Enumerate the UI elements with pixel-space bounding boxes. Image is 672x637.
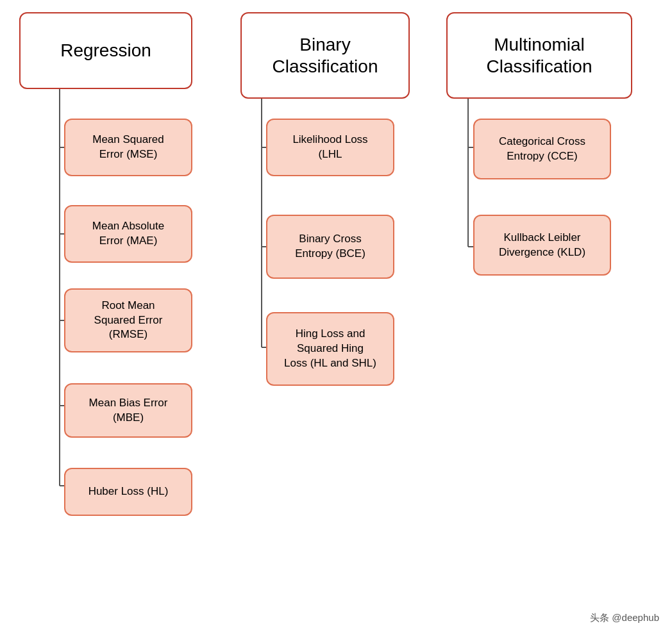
- child-kld: Kullback LeiblerDivergence (KLD): [473, 215, 611, 276]
- root-regression-label: Regression: [60, 40, 151, 62]
- child-mse: Mean SquaredError (MSE): [64, 119, 192, 176]
- child-bce: Binary CrossEntropy (BCE): [266, 215, 394, 279]
- child-hingshl: Hing Loss andSquared HingLoss (HL and SH…: [266, 312, 394, 386]
- root-multinomial: MultinomialClassification: [446, 12, 632, 99]
- diagram: Regression BinaryClassification Multinom…: [0, 0, 672, 637]
- child-mae: Mean AbsoluteError (MAE): [64, 205, 192, 263]
- child-rmse: Root MeanSquared Error(RMSE): [64, 288, 192, 352]
- child-huber: Huber Loss (HL): [64, 468, 192, 516]
- root-regression: Regression: [19, 12, 192, 89]
- watermark: 头条 @deephub: [590, 612, 659, 624]
- root-binary: BinaryClassification: [240, 12, 410, 99]
- child-lhl: Likelihood Loss(LHL: [266, 119, 394, 176]
- child-mbe: Mean Bias Error(MBE): [64, 383, 192, 438]
- root-multinomial-label: MultinomialClassification: [487, 34, 592, 77]
- root-binary-label: BinaryClassification: [273, 34, 378, 77]
- child-cce: Categorical CrossEntropy (CCE): [473, 119, 611, 179]
